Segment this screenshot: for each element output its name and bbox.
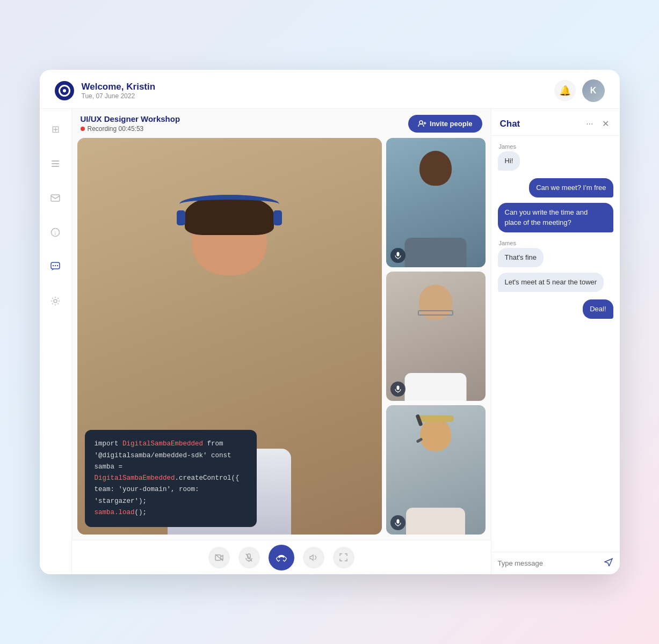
svg-rect-18 [215,555,221,560]
main-video: import DigitalSambaEmbedded from'@digita… [77,138,382,535]
header-right: 🔔 K [554,79,605,102]
chat-header-actions: ··· ✕ [584,118,611,130]
message-3: Can you write the time and place of the … [498,203,613,232]
expand-button[interactable] [333,547,354,568]
date-text: Tue, 07 June 2022 [82,92,156,100]
message-5: Let's meet at 5 near the tower [498,273,613,292]
video-off-icon [215,554,223,561]
recording-dot [81,127,85,131]
sidebar-item-dashboard[interactable]: ⊞ [46,120,65,139]
code-class2: DigitalSambaEmbedded [95,474,175,482]
svg-line-19 [215,554,223,561]
mute-button[interactable] [238,547,260,568]
code-end: (); [135,509,147,516]
invite-people-button[interactable]: Invite people [408,115,482,133]
chat-close-button[interactable]: ✕ [600,118,611,130]
message-1-sender: James [499,143,516,150]
svg-rect-1 [52,163,59,164]
avatar-placeholder: K [582,79,605,102]
code-overlay: import DigitalSambaEmbedded from'@digita… [85,430,257,527]
video-toolbar: UI/UX Designer Workshop Recording 00:45:… [72,109,491,138]
sidebar-item-chat[interactable] [46,257,65,276]
session-title: UI/UX Designer Workshop [81,114,180,123]
main-content: ⊞ i [40,109,620,574]
side-videos [386,138,486,535]
app-container: Welcome, Kristin Tue, 07 June 2022 🔔 K ⊞ [40,70,620,574]
chat-more-button[interactable]: ··· [584,118,595,130]
message-2-bubble: Can we meet? I'm free [529,178,613,197]
speaker-button[interactable] [303,547,324,568]
sidebar-item-settings[interactable] [46,291,65,311]
invite-icon [418,120,426,127]
code-class1: DigitalSambaEmbedded [122,440,203,448]
svg-point-11 [419,121,423,124]
svg-rect-3 [51,195,60,201]
send-icon [604,558,613,566]
phone-icon [276,553,287,562]
session-info: UI/UX Designer Workshop Recording 00:45:… [81,114,180,133]
svg-text:i: i [55,230,56,236]
video-off-button[interactable] [208,547,230,568]
controls-bar [72,540,491,574]
svg-rect-0 [52,160,59,162]
svg-point-10 [54,299,57,303]
message-5-bubble: Let's meet at 5 near the tower [498,273,604,292]
logo-inner [59,85,70,97]
message-3-bubble: Can you write the time and place of the … [498,203,613,232]
header-left: Welcome, Kristin Tue, 07 June 2022 [55,81,156,100]
p1-shape [386,138,486,267]
end-call-button[interactable] [269,545,294,570]
sidebar-item-list[interactable] [46,154,65,173]
code-import: import [95,440,123,448]
message-1-bubble: Hi! [498,151,520,171]
participant-3-video [386,405,486,535]
message-1: James Hi! [498,143,613,171]
participant-1-video [386,138,486,267]
sidebar-item-mail[interactable] [46,188,65,208]
p3-mic-badge [390,515,405,530]
svg-point-7 [53,265,54,266]
chat-messages: James Hi! Can we meet? I'm free Can you … [491,136,620,552]
p1-mic-badge [390,248,405,263]
chat-title: Chat [500,119,520,129]
p3-shape [386,405,486,535]
svg-rect-16 [396,519,399,524]
code-load: samba.load [95,509,135,516]
svg-point-8 [55,265,56,266]
user-avatar-button[interactable]: K [582,79,605,102]
video-area: UI/UX Designer Workshop Recording 00:45:… [72,109,491,574]
header: Welcome, Kristin Tue, 07 June 2022 🔔 K [40,70,620,109]
close-icon: ✕ [602,119,609,128]
recording-badge: Recording 00:45:53 [81,125,180,133]
p2-bg [386,272,486,401]
message-4: James That's fine [498,240,613,267]
sidebar: ⊞ i [40,109,72,574]
svg-point-9 [57,265,58,266]
svg-rect-14 [396,386,399,390]
mic-icon-p3 [395,519,401,526]
p2-mic-badge [390,382,405,397]
mic-off-icon [245,553,252,562]
chat-input-area [491,552,620,574]
svg-rect-12 [396,252,399,257]
bell-icon: 🔔 [559,85,571,97]
video-grid: import DigitalSambaEmbedded from'@digita… [72,138,491,540]
p1-bg [386,138,486,267]
header-title: Welcome, Kristin Tue, 07 June 2022 [82,82,156,100]
welcome-text: Welcome, Kristin [82,82,156,92]
invite-label: Invite people [430,120,472,128]
notification-button[interactable]: 🔔 [554,80,576,101]
expand-icon [339,553,347,561]
mic-icon-p1 [395,252,401,259]
message-6-bubble: Deal! [583,299,613,319]
message-input[interactable] [498,559,599,567]
speaker-icon [309,554,318,561]
sidebar-item-info[interactable]: i [46,223,65,242]
svg-rect-2 [52,166,59,167]
message-4-bubble: That's fine [498,248,544,267]
message-2: Can we meet? I'm free [498,178,613,197]
send-message-button[interactable] [604,558,613,569]
app-logo [55,81,74,100]
more-icon: ··· [586,119,593,128]
p3-bg [386,405,486,535]
